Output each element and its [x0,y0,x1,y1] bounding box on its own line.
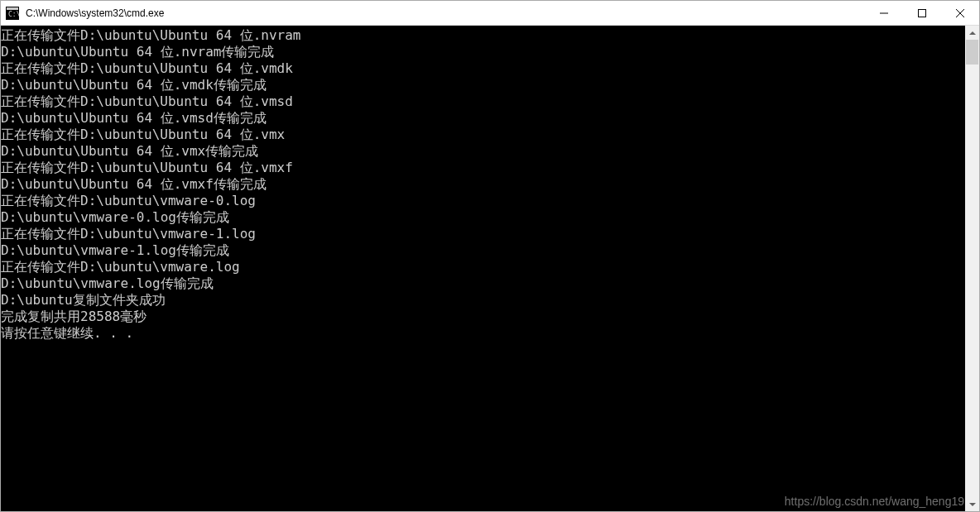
titlebar[interactable]: C:\ C:\Windows\system32\cmd.exe [1,1,979,26]
cmd-window: C:\ C:\Windows\system32\cmd.exe 正在传输文件D:… [0,0,980,512]
terminal-line: D:\ubuntu\vmware-0.log传输完成 [1,209,965,226]
terminal-line: D:\ubuntu复制文件夹成功 [1,292,965,309]
window-controls [865,1,979,25]
terminal-line: D:\ubuntu\Ubuntu 64 位.vmxf传输完成 [1,176,965,193]
cmd-icon: C:\ [6,7,19,20]
terminal-line: D:\ubuntu\Ubuntu 64 位.vmsd传输完成 [1,110,965,127]
client-area: 正在传输文件D:\ubuntu\Ubuntu 64 位.nvramD:\ubun… [1,26,979,511]
close-button[interactable] [941,1,979,25]
scrollbar-thumb[interactable] [966,40,978,65]
terminal-line: 请按任意键继续. . . [1,325,965,342]
terminal-line: D:\ubuntu\vmware-1.log传输完成 [1,242,965,259]
terminal-output[interactable]: 正在传输文件D:\ubuntu\Ubuntu 64 位.nvramD:\ubun… [1,26,965,511]
terminal-line: 完成复制共用28588毫秒 [1,309,965,325]
svg-marker-7 [969,31,976,35]
terminal-line: 正在传输文件D:\ubuntu\Ubuntu 64 位.vmsd [1,93,965,110]
svg-rect-4 [919,9,926,17]
maximize-button[interactable] [903,1,941,25]
terminal-line: 正在传输文件D:\ubuntu\vmware.log [1,259,965,275]
scroll-up-button[interactable] [965,26,979,40]
terminal-line: D:\ubuntu\Ubuntu 64 位.nvram传输完成 [1,44,965,60]
terminal-line: 正在传输文件D:\ubuntu\vmware-1.log [1,226,965,242]
terminal-line: 正在传输文件D:\ubuntu\Ubuntu 64 位.vmx [1,127,965,143]
vertical-scrollbar[interactable] [965,26,979,511]
window-title: C:\Windows\system32\cmd.exe [24,7,865,19]
terminal-line: D:\ubuntu\Ubuntu 64 位.vmdk传输完成 [1,77,965,93]
terminal-line: 正在传输文件D:\ubuntu\Ubuntu 64 位.vmxf [1,160,965,176]
terminal-line: 正在传输文件D:\ubuntu\Ubuntu 64 位.nvram [1,27,965,44]
terminal-line: D:\ubuntu\Ubuntu 64 位.vmx传输完成 [1,143,965,160]
minimize-button[interactable] [865,1,903,25]
svg-rect-1 [7,7,18,10]
terminal-line: 正在传输文件D:\ubuntu\vmware-0.log [1,193,965,209]
terminal-line: 正在传输文件D:\ubuntu\Ubuntu 64 位.vmdk [1,60,965,77]
svg-text:C:\: C:\ [8,11,19,18]
terminal-line: D:\ubuntu\vmware.log传输完成 [1,275,965,292]
svg-marker-8 [969,503,976,506]
scroll-down-button[interactable] [965,497,979,511]
